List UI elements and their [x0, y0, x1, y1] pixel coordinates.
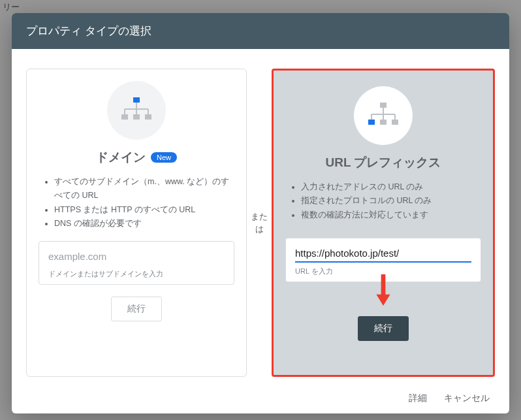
list-item: 指定されたプロトコルの URL のみ	[301, 194, 481, 208]
property-type-modal: プロパティ タイプの選択 ドメイン New	[12, 13, 509, 413]
cancel-button[interactable]: キャンセル	[444, 393, 490, 404]
domain-continue-button[interactable]: 続行	[111, 297, 162, 321]
svg-rect-8	[145, 114, 151, 120]
modal-header: プロパティ タイプの選択	[12, 13, 509, 49]
domain-card-title: ドメイン	[96, 149, 146, 166]
svg-rect-6	[121, 114, 128, 120]
svg-rect-9	[380, 103, 387, 108]
divider-text-2: は	[255, 223, 264, 236]
url-prefix-card[interactable]: URL プレフィックス 入力されたアドレスの URL のみ 指定されたプロトコル…	[272, 69, 495, 377]
list-item: 入力されたアドレスの URL のみ	[301, 180, 481, 194]
url-input-help: URL を入力	[295, 263, 471, 276]
new-badge: New	[151, 152, 177, 163]
svg-rect-7	[133, 114, 140, 120]
svg-rect-16	[380, 120, 387, 125]
domain-input-help: ドメインまたはサブドメインを入力	[48, 265, 225, 279]
svg-rect-17	[392, 120, 398, 125]
sitemap-icon	[107, 81, 166, 140]
or-divider: また は	[247, 69, 272, 377]
svg-marker-19	[376, 295, 390, 306]
url-prefix-card-title-row: URL プレフィックス	[326, 154, 441, 171]
url-prefix-feature-list: 入力されたアドレスの URL のみ 指定されたプロトコルの URL のみ 複数の…	[285, 180, 481, 222]
list-item: HTTPS または HTTP のすべての URL	[54, 203, 234, 217]
url-prefix-card-title: URL プレフィックス	[326, 154, 441, 171]
sitemap-icon	[354, 86, 413, 145]
url-input-container: URL を入力	[285, 238, 481, 282]
url-prefix-continue-button[interactable]: 続行	[358, 316, 409, 341]
divider-text-1: また	[251, 210, 268, 223]
domain-card-title-row: ドメイン New	[96, 149, 177, 166]
url-prefix-input[interactable]	[295, 245, 471, 263]
domain-feature-list: すべてのサブドメイン（m.、www. など）のすべての URL HTTPS また…	[39, 175, 234, 231]
details-button[interactable]: 詳細	[409, 393, 427, 404]
svg-rect-15	[368, 120, 375, 125]
svg-rect-0	[133, 97, 140, 103]
modal-body: ドメイン New すべてのサブドメイン（m.、www. など）のすべての URL…	[12, 49, 509, 383]
domain-input[interactable]	[48, 248, 225, 265]
domain-card[interactable]: ドメイン New すべてのサブドメイン（m.、www. など）のすべての URL…	[26, 69, 247, 377]
list-item: 複数の確認方法に対応しています	[301, 208, 481, 222]
modal-title: プロパティ タイプの選択	[26, 25, 151, 37]
list-item: すべてのサブドメイン（m.、www. など）のすべての URL	[54, 175, 234, 203]
domain-input-container: ドメインまたはサブドメインを入力	[39, 241, 234, 285]
modal-footer: 詳細 キャンセル	[12, 383, 509, 413]
list-item: DNS の確認が必要です	[54, 217, 234, 231]
